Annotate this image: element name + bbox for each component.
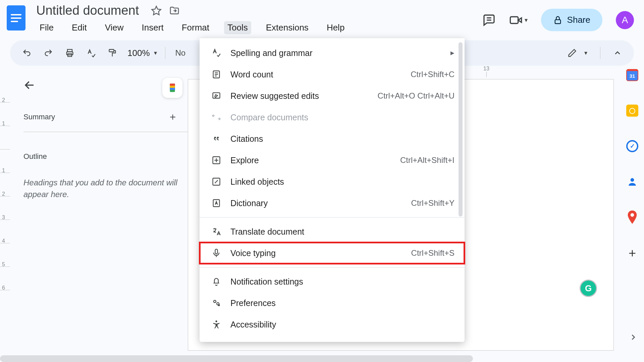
menu-file[interactable]: File xyxy=(36,21,57,34)
menu-item-label: Dictionary xyxy=(230,198,411,208)
spellcheck-toolbar-icon[interactable] xyxy=(85,46,98,60)
header-right: ▾ Share A xyxy=(482,9,634,31)
menu-item-explore[interactable]: ExploreCtrl+Alt+Shift+I xyxy=(200,149,465,171)
add-emoji-reaction-button[interactable] xyxy=(162,78,182,98)
menu-item-preferences[interactable]: Preferences xyxy=(200,292,465,314)
show-side-panel-icon[interactable] xyxy=(629,333,638,342)
compare-icon xyxy=(208,113,224,122)
undo-icon[interactable] xyxy=(20,46,34,60)
menu-view[interactable]: View xyxy=(102,21,127,34)
article-icon xyxy=(208,70,224,79)
toolbar-separator xyxy=(600,47,600,59)
svg-point-32 xyxy=(215,320,217,322)
redo-icon[interactable] xyxy=(42,46,55,60)
menu-item-label: Voice typing xyxy=(230,248,411,258)
calendar-icon[interactable]: 31 xyxy=(626,69,638,81)
menu-item-accessibility[interactable]: Accessibility xyxy=(200,314,465,335)
menu-item-label: Translate document xyxy=(230,227,454,237)
svg-rect-3 xyxy=(510,17,518,23)
outline-panel: Summary ＋ Outline Headings that you add … xyxy=(10,66,188,351)
menu-insert[interactable]: Insert xyxy=(139,21,167,34)
outline-back-icon[interactable] xyxy=(23,79,178,91)
docs-logo-icon[interactable] xyxy=(7,5,25,31)
explore-icon xyxy=(208,156,224,165)
outline-label: Outline xyxy=(23,152,178,161)
menu-item-label: Preferences xyxy=(230,298,454,308)
menu-item-dictionary[interactable]: DictionaryCtrl+Shift+Y xyxy=(200,192,465,214)
menu-bar: File Edit View Insert Format Tools Exten… xyxy=(34,21,348,34)
menu-item-shortcut: Ctrl+Shift+S xyxy=(411,248,454,258)
account-avatar[interactable]: A xyxy=(616,11,634,29)
horizontal-scrollbar[interactable] xyxy=(0,355,473,362)
dictionary-icon xyxy=(208,198,224,208)
svg-point-31 xyxy=(218,304,220,306)
share-label: Share xyxy=(567,15,590,25)
menu-item-translate-document[interactable]: Translate document xyxy=(200,221,465,242)
caret-down-icon: ▾ xyxy=(154,49,157,57)
svg-rect-12 xyxy=(170,84,175,86)
menu-item-label: Review suggested edits xyxy=(230,91,378,101)
meet-icon[interactable]: ▾ xyxy=(509,13,528,27)
tools-menu-dropdown: Spelling and grammar▶Word countCtrl+Shif… xyxy=(200,38,465,342)
share-button[interactable]: Share xyxy=(541,9,602,31)
app-header: Untitled document File Edit View Insert … xyxy=(0,0,644,34)
editing-mode-button[interactable]: ▾ xyxy=(566,46,589,60)
add-summary-button[interactable]: ＋ xyxy=(168,110,178,124)
menu-item-notification-settings[interactable]: Notification settings xyxy=(200,271,465,292)
vertical-ruler: 2 1 1 2 3 4 5 6 xyxy=(0,66,10,351)
svg-point-15 xyxy=(631,178,634,182)
quote-icon xyxy=(208,134,224,143)
title-area: Untitled document File Edit View Insert … xyxy=(34,3,348,34)
menu-item-voice-typing[interactable]: Voice typingCtrl+Shift+S xyxy=(200,242,465,264)
menu-item-word-count[interactable]: Word countCtrl+Shift+C xyxy=(200,64,465,85)
menu-format[interactable]: Format xyxy=(178,21,213,34)
paragraph-style-select[interactable]: No xyxy=(173,46,188,60)
menu-item-shortcut: Ctrl+Shift+C xyxy=(411,70,454,79)
menu-help[interactable]: Help xyxy=(323,21,348,34)
svg-rect-13 xyxy=(170,86,175,88)
divider xyxy=(23,132,188,132)
a11y-icon xyxy=(208,320,224,329)
menu-item-review-suggested-edits[interactable]: Review suggested editsCtrl+Alt+O Ctrl+Al… xyxy=(200,85,465,107)
menu-item-shortcut: Ctrl+Shift+Y xyxy=(411,198,454,208)
menu-item-spelling-and-grammar[interactable]: Spelling and grammar▶ xyxy=(200,42,465,64)
comments-icon[interactable] xyxy=(482,13,496,27)
print-icon[interactable] xyxy=(63,46,76,60)
collapse-toolbar-icon[interactable] xyxy=(611,47,624,59)
bell-icon xyxy=(208,277,224,286)
menu-item-shortcut: Ctrl+Alt+Shift+I xyxy=(400,156,454,165)
submenu-arrow-icon: ▶ xyxy=(450,50,454,56)
prefs-icon xyxy=(208,298,224,308)
lock-icon xyxy=(553,15,562,25)
document-title[interactable]: Untitled document xyxy=(34,3,141,18)
star-icon[interactable] xyxy=(151,5,162,16)
menu-item-linked-objects[interactable]: Linked objects xyxy=(200,171,465,192)
menu-item-label: Explore xyxy=(230,156,400,165)
contacts-icon[interactable] xyxy=(626,176,638,188)
svg-point-29 xyxy=(214,300,216,303)
spellcheck-icon xyxy=(208,48,224,58)
paint-format-icon[interactable] xyxy=(106,46,119,60)
menu-item-label: Spelling and grammar xyxy=(230,48,444,58)
menu-tools[interactable]: Tools xyxy=(224,21,251,34)
menu-item-shortcut: Ctrl+Alt+O Ctrl+Alt+U xyxy=(378,91,454,101)
move-folder-icon[interactable] xyxy=(169,5,180,16)
tasks-icon[interactable]: ✓ xyxy=(626,140,638,152)
grammarly-icon[interactable]: G xyxy=(580,280,597,297)
rate-review-icon xyxy=(208,91,224,101)
add-addon-icon[interactable]: ＋ xyxy=(626,247,638,259)
keep-icon[interactable] xyxy=(626,105,638,117)
zoom-select[interactable]: 100% ▾ xyxy=(127,48,157,58)
menu-edit[interactable]: Edit xyxy=(68,21,90,34)
svg-rect-27 xyxy=(215,249,218,254)
menu-item-label: Notification settings xyxy=(230,277,454,287)
maps-icon[interactable] xyxy=(626,211,638,223)
toolbar-separator xyxy=(165,47,165,59)
menu-extensions[interactable]: Extensions xyxy=(263,21,312,34)
svg-rect-14 xyxy=(170,88,175,90)
menu-item-citations[interactable]: Citations xyxy=(200,128,465,149)
menu-item-label: Word count xyxy=(230,70,411,79)
svg-point-16 xyxy=(631,213,634,217)
menu-item-compare-documents: Compare documents xyxy=(200,107,465,128)
translate-icon xyxy=(208,227,224,236)
